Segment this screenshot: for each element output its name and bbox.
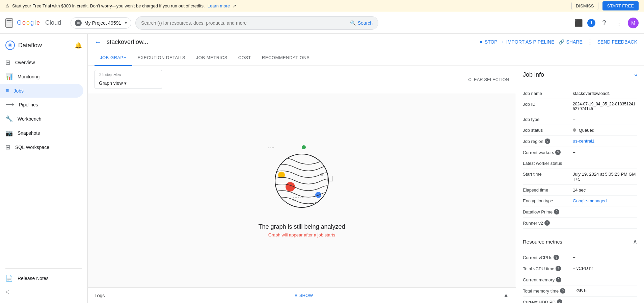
sidebar-label-pipelines: Pipelines [19, 102, 38, 107]
sidebar-item-pipelines[interactable]: ⟶ Pipelines [0, 98, 83, 112]
show-logs-button[interactable]: ≡ SHOW [295, 293, 313, 298]
expand-logs-button[interactable]: ▲ [503, 292, 509, 299]
current-hdd-pd-help-icon[interactable]: ? [557, 299, 562, 303]
terminal-icon-button[interactable]: ⬛ [572, 17, 585, 29]
search-button[interactable]: 🔍 Search [350, 20, 373, 26]
import-as-pipeline-button[interactable]: + IMPORT AS PIPELINE [502, 39, 555, 45]
release-notes-label: Release Notes [18, 276, 49, 281]
sidebar-item-sql-workspace[interactable]: ⊞ SQL Workspace [0, 140, 83, 154]
current-workers-help-icon[interactable]: ? [555, 150, 561, 155]
share-button[interactable]: 🔗 SHARE [559, 39, 583, 45]
sidebar-item-snapshots[interactable]: 📷 Snapshots [0, 126, 83, 140]
start-free-button[interactable]: START FREE [602, 1, 639, 10]
job-info-panel: Job info » Job name stackoverflowload1 J… [516, 66, 644, 303]
send-feedback-button[interactable]: SEND FEEDBACK [597, 39, 637, 45]
job-type-label: Job type [523, 117, 570, 122]
help-icon-button[interactable]: ? [598, 17, 610, 29]
sidebar: Dataflow 🔔 ⊞ Overview 📊 Monitoring ≡ Job… [0, 34, 88, 303]
stop-icon: ■ [480, 39, 482, 45]
external-link-icon: ↗ [233, 3, 236, 8]
steps-view-select[interactable]: Graph view ▾ [99, 77, 127, 86]
tabs-bar: JOB GRAPH EXECUTION DETAILS JOB METRICS … [88, 50, 644, 66]
dot-green [302, 145, 306, 149]
collapse-panel-button[interactable]: » [634, 72, 637, 78]
total-vcpu-time-value: – vCPU hr [573, 266, 637, 271]
bell-icon[interactable]: 🔔 [75, 42, 82, 49]
total-vcpu-time-help-icon[interactable]: ? [556, 266, 561, 271]
sidebar-item-monitoring[interactable]: 📊 Monitoring [0, 70, 83, 84]
sidebar-item-jobs[interactable]: ≡ Jobs [0, 84, 83, 98]
runner-v2-label: Runner v2 ? [523, 220, 570, 226]
search-icon: 🔍 [350, 20, 356, 26]
sidebar-item-workbench[interactable]: 🔧 Workbench [0, 112, 83, 126]
info-row-runner-v2: Runner v2 ? – [523, 218, 637, 229]
chevron-down-icon: ▾ [125, 21, 127, 25]
main-layout: Dataflow 🔔 ⊞ Overview 📊 Monitoring ≡ Job… [0, 34, 644, 303]
graph-content: The graph is still being analyzed Graph … [88, 93, 516, 287]
total-memory-time-help-icon[interactable]: ? [560, 288, 565, 294]
user-avatar[interactable]: M [628, 18, 639, 28]
stop-button[interactable]: ■ STOP [480, 39, 497, 45]
banner-actions: DISMISS START FREE [571, 1, 639, 10]
job-type-value: – [573, 117, 637, 122]
tab-cost[interactable]: COST [233, 50, 257, 66]
steps-view-container: Job steps view Graph view ▾ [95, 70, 162, 89]
info-row-current-hdd-pd: Current HDD PD ? – [523, 297, 637, 303]
current-memory-value: – [573, 277, 637, 282]
job-info-header: Job info » [516, 66, 644, 84]
analyzing-subtitle: Graph will appear after a job starts [268, 232, 336, 237]
tab-job-graph[interactable]: JOB GRAPH [95, 50, 132, 66]
notification-badge[interactable]: 1 [587, 19, 595, 27]
dataflow-prime-help-icon[interactable]: ? [554, 209, 559, 214]
app-title: Dataflow [18, 42, 42, 49]
sidebar-label-jobs: Jobs [14, 88, 24, 94]
header: ☰ Google Cloud ⊞ My Project 49591 ▾ 🔍 Se… [0, 12, 644, 34]
jobs-icon: ≡ [5, 87, 9, 94]
monitoring-icon: 📊 [5, 73, 13, 80]
search-input[interactable] [141, 20, 350, 26]
graph-area: Job steps view Graph view ▾ CLEAR SELECT… [88, 66, 644, 303]
more-options-icon-button[interactable]: ⋮ [613, 17, 625, 29]
dismiss-button[interactable]: DISMISS [571, 2, 598, 10]
job-status-label: Job status [523, 128, 570, 133]
job-status-value: Queued [573, 128, 637, 133]
speckle-group-top-left [268, 147, 278, 148]
sidebar-item-overview[interactable]: ⊞ Overview [0, 55, 83, 70]
project-selector[interactable]: ⊞ My Project 49591 ▾ [71, 17, 131, 29]
sidebar-logo-row: Dataflow 🔔 [0, 36, 87, 55]
resource-metrics-fields: Current vCPUs ? – Total vCPU time ? – vC… [516, 248, 644, 303]
current-vcpus-help-icon[interactable]: ? [554, 255, 559, 260]
svg-point-2 [9, 44, 11, 46]
clear-selection-button[interactable]: CLEAR SELECTION [468, 77, 509, 82]
encryption-type-value[interactable]: Google-managed [573, 198, 637, 203]
current-hdd-pd-label: Current HDD PD ? [523, 299, 570, 303]
tab-recommendations[interactable]: RECOMMENDATIONS [257, 50, 315, 66]
tab-execution-details[interactable]: EXECUTION DETAILS [132, 50, 191, 66]
job-id-value: 2024-07-19_04_35_22-818351241527974145 [573, 102, 637, 111]
info-row-current-vcpus: Current vCPUs ? – [523, 252, 637, 263]
sidebar-label-snapshots: Snapshots [18, 130, 40, 136]
job-region-help-icon[interactable]: ? [545, 138, 550, 144]
collapse-sidebar-button[interactable]: ◁ [0, 285, 87, 298]
current-memory-help-icon[interactable]: ? [556, 277, 561, 282]
hamburger-menu[interactable]: ☰ [5, 18, 13, 28]
learn-more-link[interactable]: Learn more [208, 3, 230, 8]
info-row-current-workers: Current workers ? – [523, 147, 637, 158]
banner-icon: ⚠ [5, 3, 9, 8]
runner-v2-help-icon[interactable]: ? [544, 220, 550, 226]
tab-job-metrics[interactable]: JOB METRICS [191, 50, 233, 66]
job-region-value[interactable]: us-central1 [573, 138, 637, 144]
total-memory-time-label: Total memory time ? [523, 288, 570, 294]
sidebar-label-overview: Overview [15, 60, 35, 65]
sidebar-divider [5, 268, 82, 269]
content-area: ← stackoverflow... ■ STOP + IMPORT AS PI… [88, 34, 644, 303]
resource-metrics-title: Resource metrics [523, 239, 562, 245]
back-button[interactable]: ← [95, 38, 101, 46]
release-notes-icon: 📄 [5, 275, 13, 282]
elapsed-time-value: 14 sec [573, 187, 637, 193]
job-toolbar: ← stackoverflow... ■ STOP + IMPORT AS PI… [88, 34, 644, 50]
resource-metrics-collapse-button[interactable]: ∧ [633, 238, 637, 245]
more-options-button[interactable]: ⋮ [587, 38, 593, 46]
elapsed-time-label: Elapsed time [523, 187, 570, 193]
release-notes-item[interactable]: 📄 Release Notes [0, 271, 83, 285]
